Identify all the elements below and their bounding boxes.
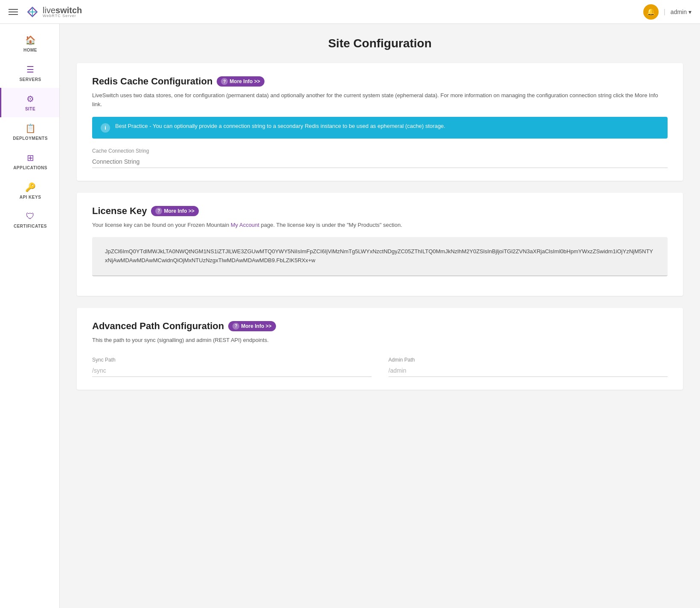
cache-connection-input[interactable] xyxy=(92,156,668,168)
layout: 🏠 HOME ☰ SERVERS ⚙ SITE 📋 DEPLOYMENTS ⊞ … xyxy=(0,24,700,608)
admin-label-text: admin xyxy=(671,9,687,15)
topbar-left: liveswitch WebRTC Server xyxy=(9,4,82,20)
sidebar-label-site: SITE xyxy=(25,107,35,111)
topbar-right: 🔔 | admin ▾ xyxy=(643,4,691,20)
advanced-card-description: This the path to your sync (signalling) … xyxy=(92,336,668,345)
notification-bell[interactable]: 🔔 xyxy=(643,4,659,20)
certificates-icon: 🛡 xyxy=(26,211,35,221)
deployments-icon: 📋 xyxy=(25,123,36,133)
sidebar-item-servers[interactable]: ☰ SERVERS xyxy=(0,58,59,88)
sidebar-item-certificates[interactable]: 🛡 CERTIFICATES xyxy=(0,206,59,235)
cache-connection-label: Cache Connection String xyxy=(92,148,668,154)
path-fields-row: Sync Path Admin Path xyxy=(92,353,668,377)
redis-more-info-label: More Info >> xyxy=(229,78,260,84)
topbar-separator: | xyxy=(664,8,665,16)
cache-connection-field-group: Cache Connection String xyxy=(92,148,668,168)
redis-cache-card: Redis Cache Configuration ? More Info >>… xyxy=(77,63,683,181)
sidebar-label-home: HOME xyxy=(23,48,37,52)
sync-path-input[interactable] xyxy=(92,365,372,377)
advanced-path-card: Advanced Path Configuration ? More Info … xyxy=(77,308,683,390)
advanced-more-info-label: More Info >> xyxy=(241,323,271,329)
advanced-card-title: Advanced Path Configuration xyxy=(92,321,224,332)
logo-sub: WebRTC Server xyxy=(43,14,82,18)
sidebar-item-api-keys[interactable]: 🔑 API KEYS xyxy=(0,176,59,206)
license-more-info-icon: ? xyxy=(155,208,162,214)
my-account-link[interactable]: My Account xyxy=(231,222,259,228)
license-more-info-label: More Info >> xyxy=(164,208,194,214)
logo-icon xyxy=(25,4,40,20)
sidebar: 🏠 HOME ☰ SERVERS ⚙ SITE 📋 DEPLOYMENTS ⊞ … xyxy=(0,24,60,608)
license-key-box: JpZCl6ImQ0YTdlMWJkLTA0NWQtNGM1NS1iZTJlLW… xyxy=(92,237,668,276)
license-card-header: License Key ? More Info >> xyxy=(92,206,668,217)
admin-chevron: ▾ xyxy=(688,9,691,15)
sidebar-item-applications[interactable]: ⊞ APPLICATIONS xyxy=(0,147,59,176)
sidebar-label-deployments: DEPLOYMENTS xyxy=(13,136,48,141)
sidebar-label-servers: SERVERS xyxy=(19,77,41,82)
applications-icon: ⊞ xyxy=(27,153,34,163)
redis-more-info-button[interactable]: ? More Info >> xyxy=(217,76,264,87)
admin-path-input[interactable] xyxy=(389,365,668,377)
license-card-description: Your license key can be found on your Fr… xyxy=(92,221,668,230)
license-key-card: License Key ? More Info >> Your license … xyxy=(77,193,683,296)
home-icon: 🏠 xyxy=(25,35,36,45)
admin-path-label: Admin Path xyxy=(389,357,668,363)
advanced-more-info-icon: ? xyxy=(232,323,239,330)
license-desc-suffix: page. The license key is under the "My P… xyxy=(259,222,402,228)
page-title: Site Configuration xyxy=(77,37,683,50)
logo-text-block: liveswitch WebRTC Server xyxy=(43,6,82,18)
sidebar-label-applications: APPLICATIONS xyxy=(13,165,47,170)
redis-info-banner: i Best Practice - You can optionally pro… xyxy=(92,117,668,139)
license-desc-prefix: Your license key can be found on your Fr… xyxy=(92,222,231,228)
api-keys-icon: 🔑 xyxy=(25,182,36,192)
sync-path-field-group: Sync Path xyxy=(92,357,372,377)
advanced-card-header: Advanced Path Configuration ? More Info … xyxy=(92,321,668,332)
sidebar-item-deployments[interactable]: 📋 DEPLOYMENTS xyxy=(0,117,59,147)
logo: liveswitch WebRTC Server xyxy=(25,4,82,20)
site-icon: ⚙ xyxy=(26,94,34,104)
main-content: Site Configuration Redis Cache Configura… xyxy=(60,24,700,608)
redis-card-description: LiveSwitch uses two data stores, one for… xyxy=(92,91,668,109)
license-key-value: JpZCl6ImQ0YTdlMWJkLTA0NWQtNGM1NS1iZTJlLW… xyxy=(105,248,653,263)
redis-banner-text: Best Practice - You can optionally provi… xyxy=(115,123,445,129)
advanced-more-info-button[interactable]: ? More Info >> xyxy=(228,321,276,331)
sidebar-label-certificates: CERTIFICATES xyxy=(14,224,47,229)
admin-menu[interactable]: admin ▾ xyxy=(671,9,691,15)
servers-icon: ☰ xyxy=(26,64,34,75)
redis-card-title: Redis Cache Configuration xyxy=(92,76,212,87)
license-card-title: License Key xyxy=(92,206,147,217)
sidebar-item-site[interactable]: ⚙ SITE xyxy=(0,88,59,117)
hamburger-menu[interactable] xyxy=(9,9,18,15)
sidebar-item-home[interactable]: 🏠 HOME xyxy=(0,29,59,58)
admin-path-field-group: Admin Path xyxy=(389,357,668,377)
redis-banner-icon: i xyxy=(101,123,110,133)
license-more-info-button[interactable]: ? More Info >> xyxy=(151,206,198,216)
topbar: liveswitch WebRTC Server 🔔 | admin ▾ xyxy=(0,0,700,24)
sync-path-label: Sync Path xyxy=(92,357,372,363)
redis-more-info-icon: ? xyxy=(221,78,228,85)
sidebar-label-api-keys: API KEYS xyxy=(20,195,41,200)
redis-card-header: Redis Cache Configuration ? More Info >> xyxy=(92,76,668,87)
